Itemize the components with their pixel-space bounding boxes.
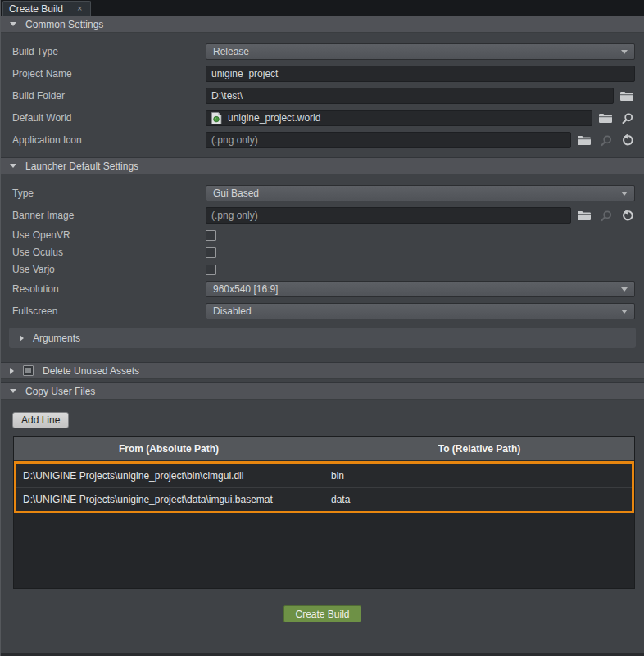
add-line-button[interactable]: Add Line — [12, 412, 69, 428]
resolution-label: Resolution — [12, 283, 206, 295]
search-icon — [621, 112, 633, 124]
world-asset-icon — [211, 112, 222, 124]
default-world-input[interactable]: unigine_project.world — [206, 110, 592, 126]
folder-icon — [619, 89, 634, 102]
field-application-icon: Application Icon — [12, 132, 635, 148]
use-openvr-checkbox[interactable] — [206, 230, 216, 241]
selected-rows-highlight: D:\UNIGINE Projects\unigine_project\bin\… — [14, 461, 634, 513]
browse-folder-button[interactable] — [619, 88, 635, 104]
search-icon — [600, 210, 612, 222]
banner-image-label: Banner Image — [12, 210, 206, 221]
cell-from-path[interactable]: D:\UNIGINE Projects\unigine_project\data… — [16, 488, 324, 511]
section-title: Copy User Files — [25, 386, 95, 397]
collapse-arrow-icon — [10, 389, 16, 393]
field-use-oculus: Use Oculus — [12, 247, 635, 258]
browse-folder-button[interactable] — [597, 110, 614, 126]
fullscreen-value: Disabled — [213, 305, 252, 317]
use-oculus-checkbox[interactable] — [206, 247, 216, 258]
field-resolution: Resolution 960x540 [16:9] — [12, 281, 635, 297]
tab-bar: Create Build × — [1, 0, 644, 16]
banner-image-input[interactable] — [206, 207, 571, 224]
create-build-button[interactable]: Create Build — [283, 605, 361, 622]
column-header-from: From (Absolute Path) — [14, 437, 324, 460]
build-type-select[interactable]: Release — [206, 43, 635, 60]
reset-icon — [621, 134, 633, 147]
close-icon[interactable]: × — [75, 3, 84, 14]
tab-title: Create Build — [9, 3, 63, 15]
field-default-world: Default World unigine_project.world — [12, 110, 635, 126]
cell-from-path[interactable]: D:\UNIGINE Projects\unigine_project\bin\… — [16, 464, 324, 487]
chevron-down-icon — [621, 192, 628, 196]
field-build-type: Build Type Release — [12, 43, 635, 60]
type-label: Type — [12, 188, 206, 199]
cell-to-path[interactable]: data — [324, 488, 632, 511]
cell-to-path[interactable]: bin — [324, 464, 632, 487]
type-select[interactable]: Gui Based — [206, 185, 635, 201]
field-project-name: Project Name — [12, 66, 635, 82]
use-oculus-label: Use Oculus — [12, 247, 206, 258]
delete-unused-assets-checkbox[interactable] — [23, 365, 34, 376]
table-header-row: From (Absolute Path) To (Relative Path) — [14, 437, 634, 461]
use-varjo-label: Use Varjo — [12, 264, 206, 275]
project-name-label: Project Name — [12, 68, 206, 79]
browse-folder-button[interactable] — [576, 132, 592, 148]
field-use-openvr: Use OpenVR — [12, 229, 635, 241]
section-delete-unused-assets[interactable]: Delete Unused Assets — [1, 362, 644, 379]
use-varjo-checkbox[interactable] — [206, 265, 216, 275]
reset-button[interactable] — [619, 207, 635, 224]
folder-icon — [577, 133, 592, 147]
search-asset-button-disabled[interactable] — [597, 132, 614, 148]
search-asset-button[interactable] — [619, 110, 635, 126]
search-asset-button-disabled[interactable] — [597, 207, 614, 224]
common-settings-content: Build Type Release Project Name Build Fo… — [1, 33, 644, 157]
build-type-value: Release — [213, 46, 249, 57]
build-type-label: Build Type — [12, 46, 206, 57]
section-common-settings[interactable]: Common Settings — [1, 16, 644, 33]
fullscreen-select[interactable]: Disabled — [206, 303, 635, 319]
chevron-down-icon — [621, 287, 628, 292]
bottom-border — [1, 653, 644, 656]
project-name-input[interactable] — [206, 66, 635, 82]
table-row[interactable]: D:\UNIGINE Projects\unigine_project\bin\… — [16, 464, 632, 487]
search-icon — [600, 134, 612, 147]
tab-create-build[interactable]: Create Build × — [2, 1, 91, 16]
table-row[interactable]: D:\UNIGINE Projects\unigine_project\data… — [16, 487, 632, 511]
application-icon-input[interactable] — [206, 132, 571, 148]
resolution-value: 960x540 [16:9] — [213, 283, 278, 295]
folder-icon — [598, 111, 613, 124]
browse-folder-button[interactable] — [576, 207, 592, 224]
section-copy-user-files[interactable]: Copy User Files — [1, 382, 644, 400]
default-world-value: unigine_project.world — [228, 112, 320, 124]
section-title: Delete Unused Assets — [43, 365, 139, 377]
reset-button[interactable] — [619, 132, 635, 148]
chevron-down-icon — [621, 310, 628, 314]
use-openvr-label: Use OpenVR — [12, 229, 206, 241]
field-build-folder: Build Folder — [12, 88, 635, 104]
field-type: Type Gui Based — [12, 185, 635, 201]
launcher-settings-content: Type Gui Based Banner Image Use OpenVR — [1, 174, 644, 359]
build-folder-label: Build Folder — [12, 90, 206, 102]
reset-icon — [621, 210, 633, 222]
folder-icon — [577, 209, 592, 222]
type-value: Gui Based — [213, 188, 259, 199]
section-title: Common Settings — [25, 19, 103, 30]
copy-user-files-content: Add Line From (Absolute Path) To (Relati… — [1, 400, 644, 622]
arguments-title: Arguments — [33, 333, 80, 344]
application-icon-label: Application Icon — [12, 134, 206, 146]
build-folder-input[interactable] — [206, 88, 614, 104]
collapse-arrow-icon — [10, 164, 16, 168]
column-header-to: To (Relative Path) — [324, 437, 634, 460]
resolution-select[interactable]: 960x540 [16:9] — [206, 281, 635, 297]
default-world-label: Default World — [12, 112, 206, 124]
section-arguments[interactable]: Arguments — [9, 328, 636, 348]
chevron-down-icon — [621, 50, 628, 54]
collapse-arrow-icon — [10, 22, 16, 26]
section-launcher-default-settings[interactable]: Launcher Default Settings — [1, 157, 644, 174]
section-title: Launcher Default Settings — [25, 161, 138, 172]
copy-files-table: From (Absolute Path) To (Relative Path) … — [13, 436, 635, 589]
expand-arrow-icon — [20, 335, 24, 342]
field-fullscreen: Fullscreen Disabled — [12, 303, 635, 319]
field-use-varjo: Use Varjo — [12, 264, 635, 275]
expand-arrow-icon — [10, 368, 14, 374]
fullscreen-label: Fullscreen — [12, 305, 206, 317]
